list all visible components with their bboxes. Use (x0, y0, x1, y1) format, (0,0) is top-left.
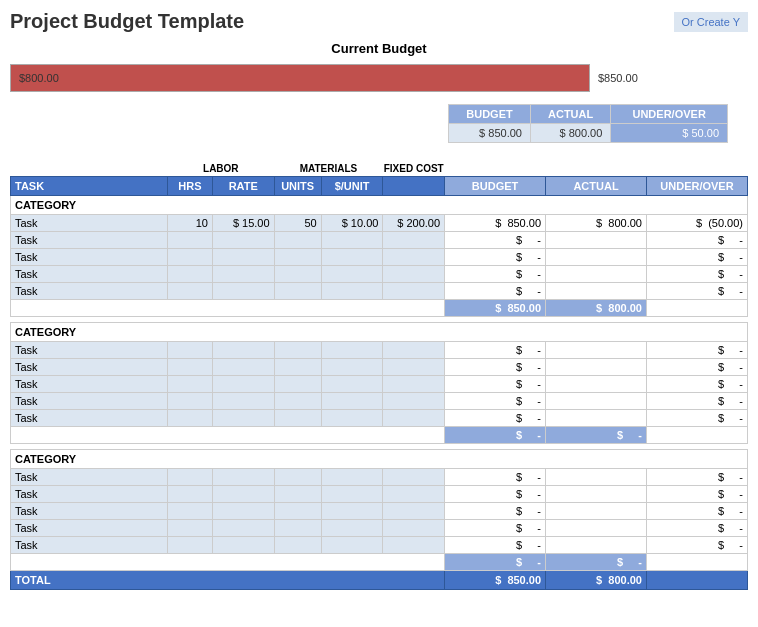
col-underover: UNDER/OVER (646, 177, 747, 196)
col-actual: ACTUAL (546, 177, 647, 196)
summary-actual-cell: $ 800.00 (530, 124, 610, 143)
col-hrs: HRS (168, 177, 213, 196)
fixedcost-group-label: FIXED COST (383, 161, 445, 177)
col-unit-cost: $/UNIT (321, 177, 383, 196)
table-row: Task 10 $ 15.00 50 $ 10.00 $ 200.00 $ 85… (11, 215, 748, 232)
table-row: Task $ - $ - (11, 342, 748, 359)
subtotal-row-3: $ - $ - (11, 554, 748, 571)
table-row: Task $ - $ - (11, 469, 748, 486)
budget-bar-fill (11, 65, 554, 91)
table-row: Task $ - $ - (11, 486, 748, 503)
section-title: Current Budget (10, 41, 748, 56)
col-budget: BUDGET (445, 177, 546, 196)
table-row: Task $ - $ - (11, 359, 748, 376)
table-row: Task $ - $ - (11, 410, 748, 427)
category-3-label: CATEGORY (11, 450, 748, 469)
col-task: TASK (11, 177, 168, 196)
table-row: Task $ - $ - (11, 249, 748, 266)
table-row: Task $ - $ - (11, 503, 748, 520)
summary-budget-cell: $ 850.00 (449, 124, 531, 143)
total-budget: $ 850.00 (445, 571, 546, 590)
col-fixed (383, 177, 445, 196)
table-row: Task $ - $ - (11, 520, 748, 537)
category-row-3: CATEGORY (11, 450, 748, 469)
page-title: Project Budget Template (10, 10, 244, 33)
total-label: TOTAL (11, 571, 445, 590)
category-2-label: CATEGORY (11, 323, 748, 342)
main-budget-table: LABOR MATERIALS FIXED COST TASK HRS RATE… (10, 161, 748, 590)
budget-bar-wrapper: $800.00 $850.00 (10, 64, 748, 92)
materials-group-label: MATERIALS (274, 161, 383, 177)
col-units: UNITS (274, 177, 321, 196)
table-row: Task $ - $ - (11, 283, 748, 300)
budget-bar-max: $850.00 (598, 72, 638, 84)
subtotal-row-1: $ 850.00 $ 800.00 (11, 300, 748, 317)
total-row: TOTAL $ 850.00 $ 800.00 (11, 571, 748, 590)
subtotal-row-2: $ - $ - (11, 427, 748, 444)
summary-table: BUDGET ACTUAL UNDER/OVER $ 850.00 $ 800.… (448, 104, 728, 143)
summary-header-actual: ACTUAL (530, 105, 610, 124)
create-link[interactable]: Or Create Y (674, 12, 749, 32)
category-1-label: CATEGORY (11, 196, 748, 215)
labor-group-label: LABOR (168, 161, 275, 177)
budget-bar-track: $800.00 (10, 64, 590, 92)
total-actual: $ 800.00 (546, 571, 647, 590)
table-row: Task $ - $ - (11, 376, 748, 393)
summary-header-underover: UNDER/OVER (611, 105, 728, 124)
category-row-2: CATEGORY (11, 323, 748, 342)
category-row-1: CATEGORY (11, 196, 748, 215)
col-rate: RATE (212, 177, 274, 196)
budget-bar-label: $800.00 (11, 72, 59, 84)
table-row: Task $ - $ - (11, 266, 748, 283)
page-header: Project Budget Template Or Create Y (10, 10, 748, 33)
col-group-header-row: LABOR MATERIALS FIXED COST (11, 161, 748, 177)
table-row: Task $ - $ - (11, 232, 748, 249)
summary-header-budget: BUDGET (449, 105, 531, 124)
main-header-row: TASK HRS RATE UNITS $/UNIT BUDGET ACTUAL… (11, 177, 748, 196)
table-row: Task $ - $ - (11, 537, 748, 554)
table-row: Task $ - $ - (11, 393, 748, 410)
summary-uo-cell: $ 50.00 (611, 124, 728, 143)
